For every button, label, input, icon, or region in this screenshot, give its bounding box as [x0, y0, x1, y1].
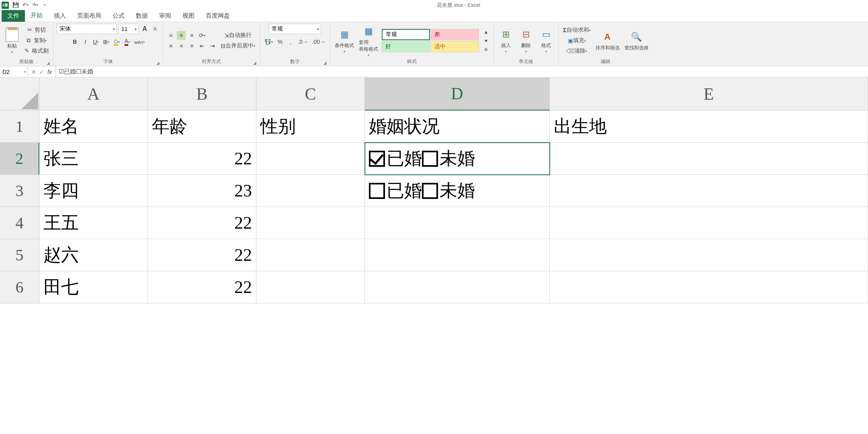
align-left-button[interactable]: ≡	[166, 41, 175, 50]
delete-cells-button[interactable]: 删除▾	[517, 27, 535, 54]
font-name-combo[interactable]: 宋体	[57, 24, 117, 34]
conditional-format-button[interactable]: 条件格式▾	[334, 27, 355, 54]
copy-button[interactable]: 复制▾	[23, 36, 50, 45]
underline-button[interactable]: U▾	[91, 37, 100, 46]
row-head-3[interactable]: 3	[0, 175, 39, 207]
name-box[interactable]: D2	[0, 66, 28, 77]
cell-C2[interactable]	[256, 143, 365, 175]
style-normal[interactable]: 常规	[382, 29, 430, 40]
col-head-E[interactable]: E	[550, 78, 868, 111]
font-dialog-icon[interactable]: ◢	[156, 61, 160, 65]
cell-E6[interactable]	[550, 271, 868, 303]
phonetic-button[interactable]: wén▾	[133, 37, 145, 46]
cell-B4[interactable]: 22	[148, 207, 256, 239]
undo-icon[interactable]: ↶▾	[21, 1, 30, 10]
col-head-C[interactable]: C	[256, 78, 365, 111]
cell-A1[interactable]: 姓名	[39, 111, 148, 143]
comma-button[interactable]: ,	[286, 37, 295, 46]
align-center-button[interactable]: ≡	[177, 41, 186, 50]
select-all-corner[interactable]	[0, 78, 39, 111]
number-dialog-icon[interactable]: ◢	[323, 61, 327, 65]
cell-B5[interactable]: 22	[148, 239, 256, 271]
qat-customize-icon[interactable]: ▾	[40, 1, 49, 10]
row-head-2[interactable]: 2	[0, 143, 39, 175]
fx-icon[interactable]: fx	[47, 69, 52, 75]
cell-B2[interactable]: 22	[148, 143, 256, 175]
cell-A3[interactable]: 李四	[39, 175, 148, 207]
cell-D2[interactable]: 已婚 未婚 ✛	[365, 143, 550, 175]
align-middle-button[interactable]: ≡	[177, 31, 186, 40]
styles-more[interactable]: ≡	[481, 45, 490, 54]
cell-E1[interactable]: 出生地	[550, 111, 868, 143]
row-head-4[interactable]: 4	[0, 207, 39, 239]
cell-D5[interactable]	[365, 239, 550, 271]
style-neutral[interactable]: 适中	[431, 41, 479, 52]
format-cells-button[interactable]: 格式▾	[537, 27, 555, 54]
tab-view[interactable]: 视图	[177, 10, 200, 22]
tab-layout[interactable]: 页面布局	[72, 10, 107, 22]
cell-E5[interactable]	[550, 239, 868, 271]
cell-A6[interactable]: 田七	[39, 271, 148, 303]
orientation-button[interactable]: ⟳▾	[198, 31, 207, 40]
cell-D6[interactable]	[365, 271, 550, 303]
cancel-formula-icon[interactable]: ✕	[31, 69, 36, 75]
italic-button[interactable]: I	[81, 37, 90, 46]
percent-button[interactable]: %	[276, 37, 285, 46]
bold-button[interactable]: B	[70, 37, 79, 46]
font-color-button[interactable]: A▾	[123, 37, 131, 46]
styles-scroll-up[interactable]: ▴	[481, 27, 490, 36]
cell-C4[interactable]	[256, 207, 365, 239]
clear-button[interactable]: 清除▾	[562, 47, 592, 55]
insert-cells-button[interactable]: 插入▾	[497, 27, 515, 54]
accounting-button[interactable]: 💱▾	[263, 37, 274, 46]
cell-B6[interactable]: 22	[148, 271, 256, 303]
cell-B3[interactable]: 23	[148, 175, 256, 207]
cell-E3[interactable]	[550, 175, 868, 207]
table-format-button[interactable]: 套用 表格格式▾	[358, 24, 379, 57]
cell-E4[interactable]	[550, 207, 868, 239]
wrap-text-button[interactable]: ⇲ 自动换行	[219, 31, 256, 40]
cell-D4[interactable]	[365, 207, 550, 239]
increase-decimal-button[interactable]: .0→	[297, 37, 309, 46]
fill-color-button[interactable]: ◇▾	[112, 37, 121, 46]
cell-C6[interactable]	[256, 271, 365, 303]
styles-scroll-down[interactable]: ▾	[481, 36, 490, 45]
cell-B1[interactable]: 年龄	[148, 111, 256, 143]
cell-A4[interactable]: 王五	[39, 207, 148, 239]
sort-filter-button[interactable]: 排序和筛选	[594, 30, 621, 52]
cell-C3[interactable]	[256, 175, 365, 207]
save-icon[interactable]: 💾	[11, 1, 20, 10]
cell-D1[interactable]: 婚姻状况	[365, 111, 550, 143]
increase-indent-button[interactable]: ⇥	[208, 41, 217, 50]
formula-input[interactable]: ☑已婚☐未婚	[55, 66, 868, 77]
decrease-decimal-button[interactable]: .00→	[311, 37, 327, 46]
col-head-B[interactable]: B	[148, 78, 256, 111]
increase-font-button[interactable]: A	[140, 25, 149, 33]
tab-home[interactable]: 开始	[25, 10, 48, 22]
style-good[interactable]: 好	[382, 41, 430, 52]
paste-button[interactable]: 粘贴▾	[3, 27, 21, 54]
align-bottom-button[interactable]: ≡	[187, 31, 196, 40]
cell-C1[interactable]: 性别	[256, 111, 365, 143]
tab-baidu[interactable]: 百度网盘	[200, 10, 235, 22]
style-bad[interactable]: 差	[431, 29, 479, 40]
cell-D3[interactable]: 已婚 未婚	[365, 175, 550, 207]
align-right-button[interactable]: ≡	[187, 41, 196, 50]
cell-A2[interactable]: 张三	[39, 143, 148, 175]
row-head-1[interactable]: 1	[0, 111, 39, 143]
clipboard-dialog-icon[interactable]: ◢	[47, 61, 50, 65]
number-format-combo[interactable]: 常规	[269, 24, 321, 34]
cell-E2[interactable]	[550, 143, 868, 175]
align-top-button[interactable]: ≡	[166, 31, 175, 40]
alignment-dialog-icon[interactable]: ◢	[253, 61, 256, 65]
redo-icon[interactable]: ↷▾	[31, 1, 39, 10]
find-select-button[interactable]: 查找和选择	[623, 30, 650, 52]
tab-review[interactable]: 审阅	[154, 10, 177, 22]
format-painter-button[interactable]: 格式刷	[23, 47, 50, 55]
col-head-A[interactable]: A	[39, 78, 148, 111]
enter-formula-icon[interactable]: ✓	[39, 69, 44, 75]
cell-A5[interactable]: 赵六	[39, 239, 148, 271]
decrease-font-button[interactable]: A	[151, 25, 160, 33]
merge-center-button[interactable]: ⊟ 合并后居中▾	[219, 41, 256, 50]
tab-insert[interactable]: 插入	[48, 10, 72, 22]
